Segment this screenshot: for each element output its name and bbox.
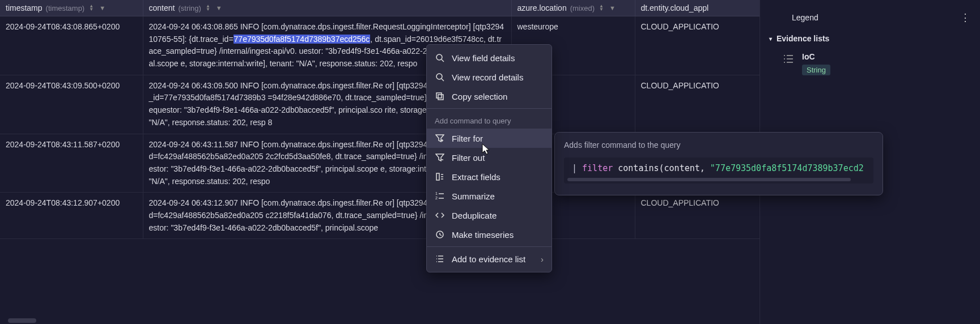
menu-divider (427, 108, 551, 109)
extract-icon (435, 172, 445, 182)
log-table: timestamp (timestamp) ▲▼ ▼ content (stri… (0, 0, 760, 239)
menu-section-label: Add command to query (427, 111, 551, 129)
entity-cell[interactable]: CLOUD_APPLICATIO (635, 193, 760, 239)
menu-label: Filter for (452, 134, 483, 143)
col-type: (string) (178, 4, 201, 12)
svg-line-15 (442, 79, 444, 81)
menu-filter-for[interactable]: Filter for (427, 129, 551, 148)
list-icon (435, 254, 445, 264)
menu-label: View record details (452, 73, 523, 82)
table-row[interactable]: 2024-09-24T08:43:09.500+02002024-09-24 0… (0, 75, 760, 134)
menu-deduplicate[interactable]: Deduplicate (427, 206, 551, 225)
col-name: dt.entity.cloud_appl (641, 3, 709, 12)
evidence-title: IoC (802, 52, 830, 61)
evidence-item-ioc[interactable]: IoC String (769, 48, 971, 80)
code-func: contains(content, (618, 163, 705, 173)
filter-minus-icon (435, 152, 445, 163)
table-row[interactable]: 2024-09-24T08:43:12.907+02002024-09-24 0… (0, 193, 760, 239)
chevron-down-icon[interactable]: ▼ (609, 5, 616, 11)
filter-command-tooltip: Adds filter command to the query | filte… (554, 132, 883, 195)
svg-text:2: 2 (435, 196, 438, 200)
column-header-timestamp[interactable]: timestamp (timestamp) ▲▼ ▼ (0, 0, 143, 16)
menu-view-record-details[interactable]: View record details (427, 67, 551, 87)
menu-label: Summarize (452, 191, 495, 201)
evidence-lists-section[interactable]: ▾ Evidence lists (769, 34, 971, 43)
copy-icon (435, 91, 445, 101)
menu-divider (427, 246, 551, 247)
timestamp-cell[interactable]: 2024-09-24T08:43:11.587+0200 (0, 134, 143, 193)
chevron-down-icon: ▾ (769, 36, 772, 42)
search-icon (435, 72, 445, 82)
menu-summarize[interactable]: 12 Summarize (427, 186, 551, 206)
code-scrollbar[interactable] (567, 178, 851, 181)
table-row[interactable]: 2024-09-24T08:43:08.865+02002024-09-24 0… (0, 16, 760, 75)
col-type: (timestamp) (46, 4, 85, 12)
menu-label: Make timeseries (452, 230, 514, 240)
col-name: azure.location (517, 3, 567, 12)
svg-line-13 (442, 59, 444, 62)
svg-point-12 (436, 54, 442, 60)
code-pipe: | (572, 163, 577, 173)
menu-extract-fields[interactable]: Extract fields (427, 167, 551, 186)
context-menu: View field details View record details C… (426, 44, 552, 272)
sort-icon[interactable]: ▲▼ (206, 5, 210, 11)
tooltip-title: Adds filter command to the query (564, 140, 873, 150)
col-name: timestamp (6, 3, 43, 12)
timestamp-cell[interactable]: 2024-09-24T08:43:08.865+0200 (0, 16, 143, 75)
horizontal-scrollbar[interactable] (8, 318, 36, 323)
menu-filter-out[interactable]: Filter out (427, 148, 551, 167)
menu-make-timeseries[interactable]: Make timeseries (427, 225, 551, 244)
code-keyword: filter (582, 163, 613, 173)
col-name: content (149, 3, 175, 12)
chevron-right-icon: › (541, 254, 544, 264)
col-type: (mixed) (570, 4, 595, 12)
chevron-down-icon[interactable]: ▼ (99, 5, 105, 11)
column-header-content[interactable]: content (string) ▲▼ ▼ (143, 0, 511, 16)
svg-text:1: 1 (435, 191, 438, 195)
legend-label: Legend (792, 13, 818, 22)
svg-rect-21 (436, 173, 439, 180)
menu-label: View field details (452, 53, 515, 63)
svg-point-14 (436, 74, 442, 79)
summarize-icon: 12 (435, 191, 445, 201)
menu-label: Deduplicate (452, 211, 497, 220)
more-icon[interactable]: ⋮ (960, 11, 971, 24)
timestamp-cell[interactable]: 2024-09-24T08:43:09.500+0200 (0, 75, 143, 134)
sort-icon[interactable]: ▲▼ (89, 5, 94, 11)
column-header-entity[interactable]: dt.entity.cloud_appl (635, 0, 760, 16)
entity-cell[interactable]: CLOUD_APPLICATIO (635, 16, 760, 75)
timestamp-cell[interactable]: 2024-09-24T08:43:12.907+0200 (0, 193, 143, 239)
clock-icon (435, 229, 445, 240)
entity-cell[interactable]: CLOUD_APPLICATIO (635, 75, 760, 134)
menu-label: Extract fields (452, 172, 500, 182)
column-header-location[interactable]: azure.location (mixed) ▲▼ ▼ (511, 0, 635, 16)
svg-rect-16 (436, 93, 442, 98)
search-icon (435, 53, 445, 63)
filter-plus-icon (435, 133, 445, 143)
selected-text[interactable]: 77e7935d0fa8f5174d7389b37ecd256c (234, 35, 371, 44)
menu-add-to-evidence[interactable]: Add to evidence list › (427, 249, 551, 268)
menu-copy-selection[interactable]: Copy selection (427, 87, 551, 106)
code-preview: | filter contains(content, "77e7935d0fa8… (564, 157, 873, 184)
section-title: Evidence lists (777, 34, 829, 43)
menu-label: Copy selection (452, 92, 507, 101)
chevron-down-icon[interactable]: ▼ (216, 5, 222, 11)
list-icon (783, 53, 794, 65)
svg-rect-17 (438, 95, 443, 100)
code-string: "77e7935d0fa8f5174d7389b37ecd2 (710, 163, 864, 173)
menu-label: Filter out (452, 153, 485, 163)
menu-view-field-details[interactable]: View field details (427, 48, 551, 67)
menu-label: Add to evidence list (452, 254, 525, 264)
sort-icon[interactable]: ▲▼ (599, 5, 604, 11)
tag-string: String (802, 65, 830, 75)
code-icon (435, 210, 445, 220)
